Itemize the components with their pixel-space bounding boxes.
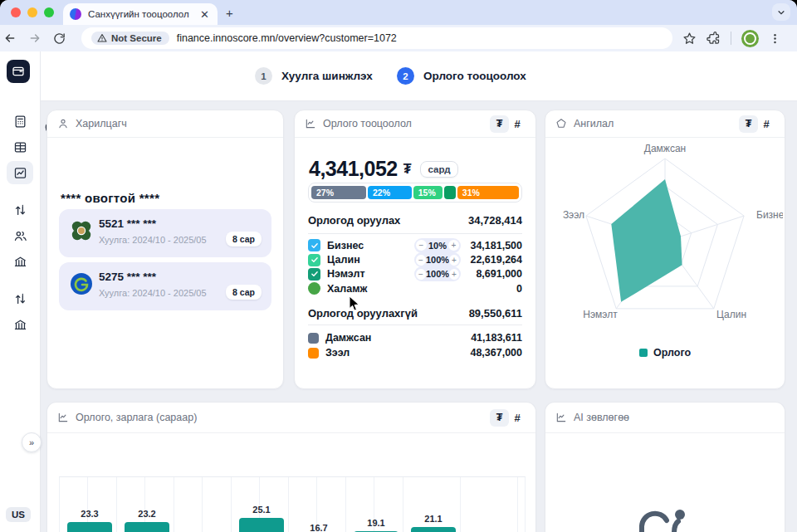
url-omnibox[interactable]: Not Secure finance.innoscore.mn/overview…: [81, 27, 672, 49]
ai-illustration: [632, 503, 702, 532]
plus-button[interactable]: +: [448, 240, 459, 251]
bar-chart-plot: 23.323.225.116.719.121.1: [59, 476, 526, 532]
url-text: finance.innoscore.mn/overview?customer=1…: [177, 32, 397, 44]
category-card: Ангилал ₮ # ДамжсанБизнесЦалинНэмэлтЗээл…: [545, 110, 785, 389]
monthly-chart-card: Орлого, зарлага (сараар) ₮ # 23.323.225.…: [46, 402, 536, 532]
income-row-label: Халамж: [327, 283, 467, 295]
plus-button[interactable]: +: [449, 255, 459, 266]
profile-avatar[interactable]: [741, 30, 759, 47]
bank-icon: [13, 318, 27, 332]
radar-axis-label: Цалин: [716, 309, 746, 320]
card-title: AI зөвлөгөө: [574, 412, 775, 423]
security-chip[interactable]: Not Secure: [91, 32, 169, 45]
percent-value: 100%: [426, 255, 449, 265]
extensions-puzzle-icon[interactable]: [707, 32, 721, 46]
excluded-row-value: 48,367,000: [467, 347, 522, 359]
currency-toggle-button[interactable]: ₮: [739, 115, 758, 133]
swatch-circle[interactable]: [308, 282, 320, 295]
chart-icon: [57, 412, 69, 423]
bar-month-1[interactable]: [125, 522, 169, 532]
step-2-badge: 2: [397, 67, 414, 85]
browser-menu-icon[interactable]: [769, 32, 781, 45]
new-tab-button[interactable]: +: [226, 6, 233, 20]
radar-chart: ДамжсанБизнесЦалинНэмэлтЗээл: [547, 142, 783, 351]
browser-tab[interactable]: Санхүүгийн тооцоолол ✕: [63, 3, 218, 25]
account-item-1[interactable]: 5275 *** ***Хуулга: 2024/10 - 2025/058 с…: [59, 262, 271, 310]
count-toggle-button[interactable]: #: [509, 118, 526, 130]
bar-value-label: 23.3: [67, 509, 112, 519]
sidebar-item-6[interactable]: [7, 287, 33, 310]
statement-range: Хуулга: 2024/10 - 2025/05: [99, 235, 207, 245]
sidebar-item-7[interactable]: [7, 313, 33, 336]
percent-stepper[interactable]: −100%+: [414, 252, 461, 267]
checkbox-checked[interactable]: [308, 239, 320, 251]
browser-window: Санхүүгийн тооцоолол ✕ + Not Secure fina…: [0, 0, 797, 532]
app-logo[interactable]: [7, 60, 30, 83]
window-controls[interactable]: [11, 7, 54, 17]
minus-button[interactable]: −: [416, 255, 426, 266]
radar-axis-label: Дамжсан: [644, 143, 686, 154]
calculator-icon: [13, 115, 27, 129]
sidebar-item-2[interactable]: [7, 161, 33, 184]
ai-advice-card: AI зөвлөгөө: [545, 402, 785, 532]
sidebar-expand-button[interactable]: »: [22, 432, 42, 452]
checkbox-checked[interactable]: [308, 254, 320, 266]
minimize-window-button[interactable]: [27, 7, 37, 17]
step-1[interactable]: 1 Хуулга шинжлэх: [255, 67, 373, 85]
income-row-3: Халамж0: [308, 281, 522, 295]
golomt-bank-logo: [71, 273, 92, 295]
sidebar-item-3[interactable]: [7, 198, 33, 222]
account-item-0[interactable]: 5521 *** ***Хуулга: 2024/10 - 2025/058 с…: [59, 209, 271, 257]
step-2[interactable]: 2 Орлого тооцоолох: [397, 67, 526, 85]
tab-close-icon[interactable]: ✕: [198, 8, 211, 21]
bar-month-0[interactable]: [67, 522, 112, 532]
segment-15%: 15%: [413, 186, 443, 199]
close-window-button[interactable]: [11, 7, 21, 17]
reload-button[interactable]: [53, 32, 78, 45]
account-number: 5521 *** ***: [99, 217, 156, 230]
sidebar-item-5[interactable]: [7, 250, 33, 273]
percent-stepper[interactable]: −100%+: [414, 266, 461, 281]
income-row-label: Цалин: [327, 254, 414, 266]
exclude-total-value: 89,550,611: [469, 307, 522, 320]
card-title: Орлого тооцоолол: [323, 118, 490, 129]
count-toggle-button[interactable]: #: [509, 412, 526, 424]
tugrik-symbol: ₮: [403, 162, 412, 177]
language-badge[interactable]: US: [6, 507, 31, 522]
count-toggle-button[interactable]: #: [758, 118, 775, 130]
person-icon: [57, 118, 69, 129]
sidebar-item-4[interactable]: [7, 224, 33, 247]
security-label: Not Secure: [111, 33, 162, 43]
card-title: Ангилал: [574, 118, 739, 129]
radar-legend[interactable]: Орлого: [545, 347, 785, 359]
excluded-row-label: Дамжсан: [325, 332, 467, 344]
zoom-window-button[interactable]: [44, 7, 54, 17]
duration-badge: 8 сар: [226, 232, 262, 246]
sidebar-item-0[interactable]: [7, 110, 33, 133]
step-1-label: Хуулга шинжлэх: [281, 70, 373, 82]
bar-value-label: 21.1: [411, 514, 456, 524]
minus-button[interactable]: −: [416, 240, 427, 251]
table-icon: [13, 140, 27, 154]
currency-toggle-button[interactable]: ₮: [490, 409, 509, 427]
customer-name: **** овогтой ****: [61, 191, 159, 205]
excluded-row-value: 41,183,611: [467, 332, 522, 344]
bar-value-label: 23.2: [125, 509, 169, 519]
minus-button[interactable]: −: [416, 269, 426, 280]
income-card-header: Орлого тооцоолол ₮ #: [295, 110, 535, 138]
app-toolbar: **** **** 1 Хуулга шинжлэх 2 Орлого тооц…: [0, 51, 797, 101]
bar-month-3[interactable]: [239, 518, 284, 532]
currency-toggle-button[interactable]: ₮: [490, 115, 509, 133]
radar-series-polygon: [611, 179, 682, 302]
tab-search-button[interactable]: [772, 3, 790, 21]
plus-button[interactable]: +: [449, 269, 459, 280]
checkbox-checked[interactable]: [308, 268, 320, 281]
bookmark-star-icon[interactable]: [682, 32, 697, 46]
sidebar-item-1[interactable]: [7, 135, 33, 159]
segment-31%: 31%: [457, 186, 519, 199]
forward-button[interactable]: [28, 32, 53, 45]
bar-month-6[interactable]: [411, 527, 456, 532]
toolbar-divider: [731, 32, 731, 45]
percent-stepper[interactable]: −10%+: [414, 238, 461, 253]
back-button[interactable]: [3, 32, 28, 45]
